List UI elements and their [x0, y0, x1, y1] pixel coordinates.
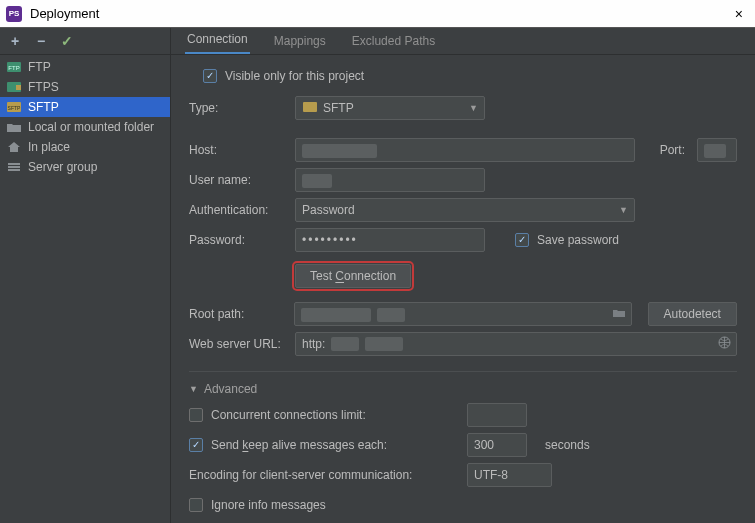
concurrent-checkbox[interactable] [189, 408, 203, 422]
sidebar-item-label: SFTP [28, 100, 59, 114]
sftp-icon: SFTP [6, 100, 22, 114]
encoding-value: UTF-8 [474, 468, 508, 482]
sftp-icon [302, 101, 318, 116]
chevron-down-icon: ▼ [469, 103, 478, 113]
keepalive-checkbox[interactable] [189, 438, 203, 452]
concurrent-label: Concurrent connections limit: [211, 408, 459, 422]
folder-icon [6, 120, 22, 134]
root-path-input[interactable] [294, 302, 631, 326]
sidebar-item-label: FTPS [28, 80, 59, 94]
advanced-header[interactable]: ▼ Advanced [189, 378, 737, 400]
sidebar-item-label: Local or mounted folder [28, 120, 154, 134]
auth-select[interactable]: Password ▼ [295, 198, 635, 222]
visible-only-label: Visible only for this project [225, 69, 364, 83]
svg-rect-6 [8, 163, 20, 165]
chevron-down-icon: ▼ [189, 384, 198, 394]
concurrent-input[interactable] [467, 403, 527, 427]
server-group-icon [6, 160, 22, 174]
root-path-label: Root path: [189, 307, 286, 321]
ignore-info-checkbox[interactable] [189, 498, 203, 512]
svg-text:FTP: FTP [8, 65, 19, 71]
password-input[interactable]: ••••••••• [295, 228, 485, 252]
keepalive-value: 300 [474, 438, 494, 452]
visible-only-checkbox[interactable] [203, 69, 217, 83]
advanced-label: Advanced [204, 382, 257, 396]
test-connection-button[interactable]: Test Connection [295, 264, 411, 288]
ftps-icon [6, 80, 22, 94]
save-password-label: Save password [537, 233, 619, 247]
sidebar: + − ✓ FTP FTP FTPS SFTP SFTP [0, 28, 171, 523]
port-input[interactable] [697, 138, 737, 162]
keepalive-input[interactable]: 300 [467, 433, 527, 457]
web-url-prefix: http: [302, 337, 325, 351]
web-url-input[interactable]: http: [295, 332, 737, 356]
password-value: ••••••••• [302, 233, 358, 247]
username-label: User name: [189, 173, 287, 187]
tab-excluded[interactable]: Excluded Paths [350, 34, 437, 54]
keepalive-unit: seconds [545, 438, 590, 452]
ignore-info-label: Ignore info messages [211, 498, 326, 512]
keepalive-label: Send keep alive messages each: [211, 438, 459, 452]
type-value: SFTP [323, 101, 354, 115]
home-icon [6, 140, 22, 154]
close-icon[interactable]: × [729, 4, 749, 24]
svg-rect-3 [16, 85, 21, 90]
svg-rect-8 [8, 169, 20, 171]
sidebar-item-sftp[interactable]: SFTP SFTP [0, 97, 170, 117]
sidebar-item-local[interactable]: Local or mounted folder [0, 117, 170, 137]
type-select[interactable]: SFTP ▼ [295, 96, 485, 120]
svg-text:SFTP: SFTP [8, 105, 21, 111]
ftp-icon: FTP [6, 60, 22, 74]
app-logo: PS [6, 6, 22, 22]
sidebar-item-label: FTP [28, 60, 51, 74]
username-input[interactable] [295, 168, 485, 192]
chevron-down-icon: ▼ [619, 205, 628, 215]
save-password-checkbox[interactable] [515, 233, 529, 247]
window-title: Deployment [30, 6, 729, 21]
tab-mappings[interactable]: Mappings [272, 34, 328, 54]
sidebar-item-inplace[interactable]: In place [0, 137, 170, 157]
svg-rect-9 [303, 102, 317, 112]
auth-value: Password [302, 203, 355, 217]
tab-connection[interactable]: Connection [185, 32, 250, 54]
folder-icon[interactable] [612, 307, 626, 321]
remove-button[interactable]: − [33, 33, 49, 49]
port-label: Port: [660, 143, 685, 157]
add-button[interactable]: + [7, 33, 23, 49]
tabs: Connection Mappings Excluded Paths [171, 28, 755, 55]
autodetect-label: Autodetect [664, 307, 721, 321]
sidebar-item-ftp[interactable]: FTP FTP [0, 57, 170, 77]
sidebar-item-ftps[interactable]: FTPS [0, 77, 170, 97]
host-input[interactable] [295, 138, 635, 162]
web-url-label: Web server URL: [189, 337, 287, 351]
auth-label: Authentication: [189, 203, 287, 217]
autodetect-button[interactable]: Autodetect [648, 302, 738, 326]
encoding-label: Encoding for client-server communication… [189, 468, 459, 482]
password-label: Password: [189, 233, 287, 247]
sidebar-item-label: Server group [28, 160, 97, 174]
sidebar-item-label: In place [28, 140, 70, 154]
host-label: Host: [189, 143, 287, 157]
encoding-select[interactable]: UTF-8 [467, 463, 552, 487]
svg-rect-7 [8, 166, 20, 168]
apply-button[interactable]: ✓ [59, 33, 75, 49]
globe-icon[interactable] [718, 336, 731, 352]
sidebar-item-server-group[interactable]: Server group [0, 157, 170, 177]
type-label: Type: [189, 101, 287, 115]
